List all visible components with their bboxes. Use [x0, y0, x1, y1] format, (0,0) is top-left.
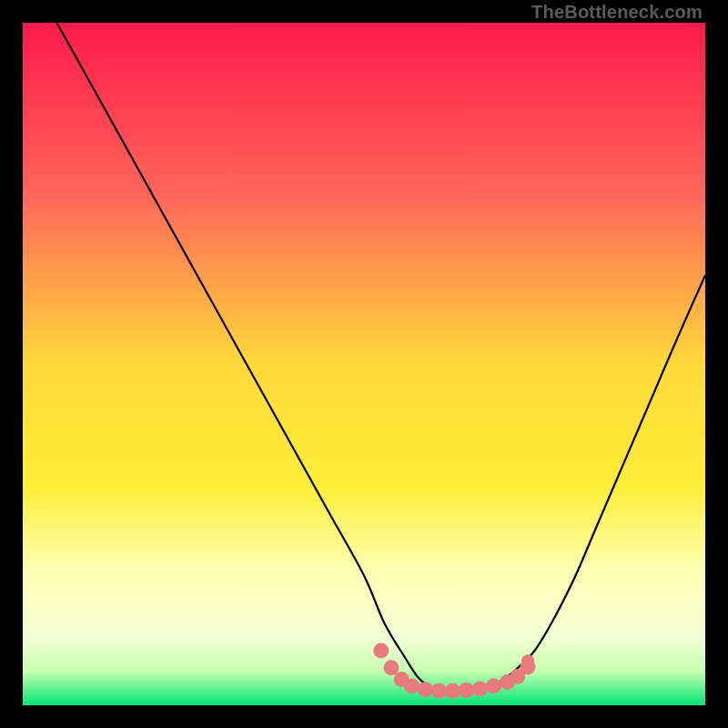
- optimal-zone-dot: [459, 682, 474, 698]
- optimal-zone-dot: [472, 682, 488, 697]
- optimal-zone-dot: [404, 679, 420, 694]
- optimal-zone-dot: [486, 679, 501, 694]
- chart-frame: [23, 23, 705, 705]
- optimal-zone-dot: [373, 643, 389, 659]
- optimal-zone-dot: [418, 682, 433, 697]
- watermark-text: TheBottleneck.com: [531, 2, 703, 23]
- bottleneck-chart: [23, 23, 705, 705]
- optimal-zone-endpoint-dot: [521, 654, 534, 667]
- optimal-zone-dot: [445, 683, 460, 699]
- gradient-background: [23, 23, 705, 705]
- optimal-zone-dot: [431, 683, 447, 699]
- optimal-zone-dot: [384, 660, 399, 675]
